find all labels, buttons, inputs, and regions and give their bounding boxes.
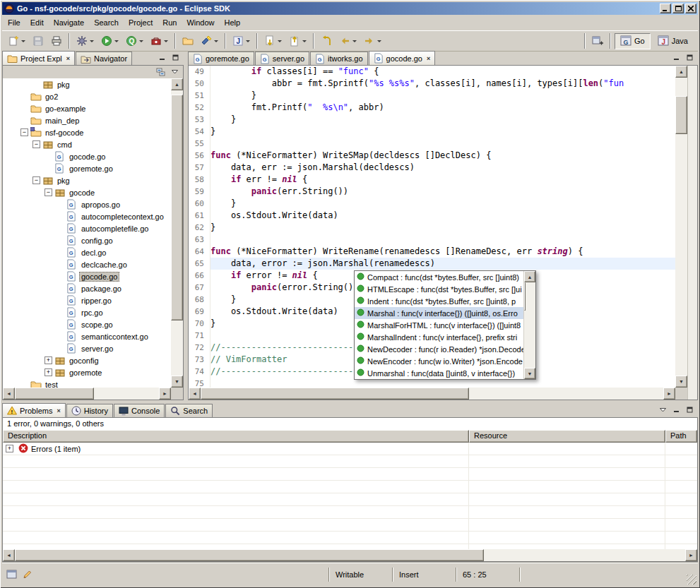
completion-item[interactable]: HTMLEscape : func(dst *bytes.Buffer, src…	[355, 283, 523, 295]
scroll-up-icon[interactable]: ▲	[524, 271, 535, 282]
external-tools-button[interactable]	[73, 32, 97, 49]
completion-item[interactable]: NewEncoder : func(w io.Writer) *json.Enc…	[355, 355, 523, 367]
tree-item-pkg[interactable]: −pkg	[3, 174, 171, 186]
dropdown-arrow-icon[interactable]	[377, 40, 381, 42]
column-header-description[interactable]: Description	[3, 430, 469, 443]
close-button[interactable]	[685, 4, 696, 13]
menu-navigate[interactable]: Navigate	[49, 16, 89, 30]
editor-vscrollbar[interactable]: ▲ ▼	[675, 66, 687, 388]
previous-annotation-button[interactable]	[286, 32, 309, 49]
view-menu-button[interactable]	[169, 67, 180, 78]
minimize-button[interactable]	[660, 4, 671, 13]
menu-run[interactable]: Run	[158, 16, 182, 30]
column-header-resource[interactable]: Resource	[469, 430, 665, 443]
dropdown-arrow-icon[interactable]	[352, 40, 357, 42]
tree-hscrollbar[interactable]: ◄ ►	[3, 388, 171, 400]
perspective-java[interactable]: JJava	[652, 33, 694, 49]
scroll-up-icon[interactable]: ▲	[675, 66, 687, 78]
column-header-path[interactable]: Path	[665, 430, 697, 443]
editor-tab-server-go[interactable]: Gserver.go	[255, 52, 309, 65]
new-button[interactable]	[5, 32, 28, 49]
code-line-50[interactable]: 50 abbr = fmt.Sprintf("%s %s%s", classes…	[189, 78, 675, 90]
dropdown-arrow-icon[interactable]	[302, 40, 307, 42]
open-resource-button[interactable]	[179, 32, 196, 49]
tree-item-server-go[interactable]: Gserver.go	[3, 342, 171, 354]
scrollbar-track[interactable]	[675, 78, 687, 376]
menu-project[interactable]: Project	[124, 16, 158, 30]
expander-icon[interactable]: −	[32, 140, 40, 148]
menu-file[interactable]: File	[3, 16, 25, 30]
scroll-left-icon[interactable]: ◄	[189, 388, 201, 400]
tree-item-gocode[interactable]: −gocode	[3, 186, 171, 198]
forward-button[interactable]	[361, 32, 384, 49]
tree-item-goconfig[interactable]: +goconfig	[3, 354, 171, 366]
perspective-go[interactable]: GGo	[615, 33, 651, 49]
view-tab-project-expl[interactable]: Project Expl×	[2, 51, 75, 65]
tree-item-gocode-go[interactable]: Ggocode.go	[3, 150, 171, 162]
code-line-55[interactable]: 55	[189, 138, 675, 150]
run-button[interactable]	[98, 32, 121, 49]
problems-row-errors[interactable]: +Errors (1 item)	[3, 443, 697, 455]
scroll-right-icon[interactable]: ►	[685, 549, 697, 561]
scroll-right-icon[interactable]: ►	[159, 388, 171, 400]
popup-scrollbar[interactable]: ▲ ▼	[523, 271, 535, 379]
tree-item-pkg[interactable]: pkg	[3, 78, 171, 90]
view-tab-console[interactable]: Console	[114, 404, 165, 417]
tree-item-config-go[interactable]: Gconfig.go	[3, 234, 171, 246]
tree-item-autocompletefile-go[interactable]: Gautocompletefile.go	[3, 222, 171, 234]
scrollbar-track[interactable]	[201, 388, 663, 400]
maximize-view-button[interactable]	[170, 52, 181, 63]
tree-vscrollbar[interactable]: ▲ ▼	[171, 78, 183, 388]
code-line-65[interactable]: 65 data, error := json.Marshal(renamedes…	[189, 258, 675, 270]
completion-item[interactable]: Compact : func(dst *bytes.Buffer, src []…	[355, 271, 523, 283]
editor-tab-itworks-go[interactable]: Gitworks.go	[310, 52, 368, 65]
tree-item-package-go[interactable]: Gpackage.go	[3, 282, 171, 294]
view-tab-search[interactable]: Search	[165, 404, 213, 417]
scroll-down-icon[interactable]: ▼	[171, 376, 183, 388]
minimize-view-button[interactable]	[670, 404, 682, 415]
scroll-left-icon[interactable]: ◄	[3, 549, 15, 561]
scrollbar-track[interactable]	[15, 549, 685, 561]
tree-item-declcache-go[interactable]: Gdeclcache.go	[3, 258, 171, 270]
dropdown-arrow-icon[interactable]	[139, 40, 143, 42]
menu-window[interactable]: Window	[182, 16, 219, 30]
code-line-52[interactable]: 52 fmt.Printf(" %s\n", abbr)	[189, 102, 675, 114]
tree-item-autocompletecontext-go[interactable]: Gautocompletecontext.go	[3, 210, 171, 222]
tree-item-decl-go[interactable]: Gdecl.go	[3, 246, 171, 258]
tree-item-apropos-go[interactable]: Gapropos.go	[3, 198, 171, 210]
menu-edit[interactable]: Edit	[25, 16, 49, 30]
expander-icon[interactable]: +	[45, 368, 52, 376]
dropdown-arrow-icon[interactable]	[164, 40, 168, 42]
tree-item-main-dep[interactable]: main_dep	[3, 114, 171, 126]
completion-item[interactable]: NewDecoder : func(r io.Reader) *json.Dec…	[355, 343, 523, 355]
scrollbar-track[interactable]	[15, 388, 159, 400]
code-line-53[interactable]: 53 }	[189, 114, 675, 126]
menu-search[interactable]: Search	[89, 16, 124, 30]
resize-grip[interactable]	[687, 575, 696, 584]
code-line-59[interactable]: 59 panic(err.String())	[189, 186, 675, 198]
tree-item-goremote-go[interactable]: Ggoremote.go	[3, 162, 171, 174]
expander-icon[interactable]: +	[45, 356, 52, 364]
scroll-up-icon[interactable]: ▲	[171, 78, 183, 90]
code-line-61[interactable]: 61 os.Stdout.Write(data)	[189, 210, 675, 222]
tree-item-gocode-go[interactable]: Ggocode.go	[3, 270, 171, 282]
pen-icon[interactable]	[21, 569, 32, 580]
editor-tab-goremote-go[interactable]: Ggoremote.go	[188, 52, 254, 65]
tree-item-test[interactable]: test	[3, 378, 171, 388]
scrollbar-thumb[interactable]	[201, 388, 469, 400]
save-button[interactable]	[30, 32, 47, 49]
scroll-down-icon[interactable]: ▼	[675, 376, 687, 388]
completion-item[interactable]: MarshalForHTML : func(v interface{}) ([]…	[355, 319, 523, 331]
tree-item-nsf-gocode[interactable]: −nsf-gocode	[3, 126, 171, 138]
view-tab-problems[interactable]: !Problems×	[2, 403, 66, 417]
minimize-view-button[interactable]	[670, 52, 682, 63]
maximize-button[interactable]	[672, 4, 684, 13]
new-java-element-button[interactable]: J	[230, 32, 253, 49]
completion-item[interactable]: MarshalIndent : func(v interface{}, pref…	[355, 331, 523, 343]
search-button[interactable]	[198, 32, 221, 49]
close-tab-icon[interactable]: ×	[427, 55, 430, 62]
editor-tab-gocode-go[interactable]: Ggocode.go×	[369, 51, 436, 65]
code-line-60[interactable]: 60 }	[189, 198, 675, 210]
profile-button[interactable]	[148, 32, 171, 49]
scroll-left-icon[interactable]: ◄	[3, 388, 15, 400]
